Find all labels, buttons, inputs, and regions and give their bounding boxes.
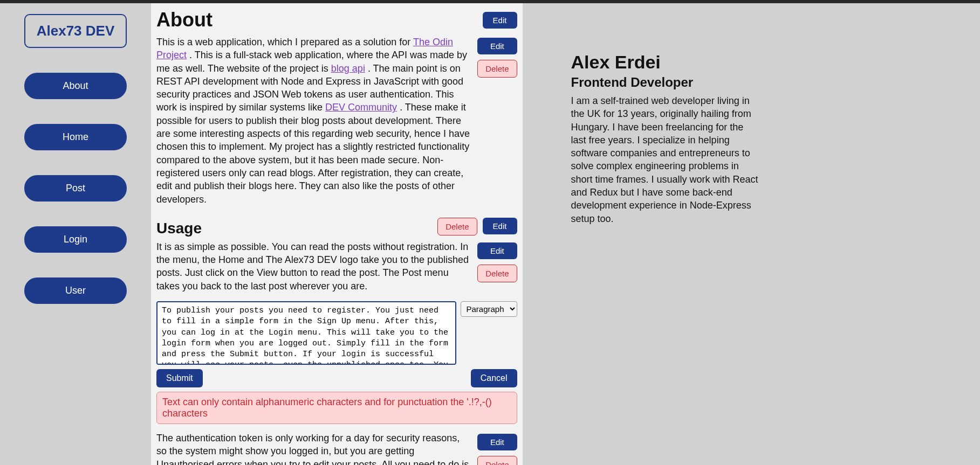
about-para-delete-button[interactable]: Delete — [477, 60, 517, 78]
usage-heading-edit-button[interactable]: Edit — [483, 218, 517, 234]
profile-name: Alex Erdei — [571, 52, 943, 73]
profile-panel: Alex Erdei Frontend Developer I am a sel… — [523, 3, 981, 465]
about-para-edit-button[interactable]: Edit — [477, 38, 517, 54]
sidebar: Alex73 DEV About Home Post Login User — [0, 3, 151, 465]
app-logo[interactable]: Alex73 DEV — [24, 14, 127, 48]
usage-heading: Usage — [156, 220, 432, 237]
usage-paragraph-2: The authentication token is only working… — [156, 432, 472, 465]
main-content: About Edit This is a web application, wh… — [151, 3, 523, 465]
nav-about[interactable]: About — [24, 73, 127, 99]
submit-button[interactable]: Submit — [156, 369, 203, 387]
profile-bio: I am a self-trained web developer living… — [571, 94, 760, 225]
usage-heading-delete-button[interactable]: Delete — [437, 218, 477, 235]
about-heading: About — [156, 9, 477, 31]
nav-home[interactable]: Home — [24, 124, 127, 150]
blog-api-link[interactable]: blog api — [331, 63, 365, 74]
profile-role: Frontend Developer — [571, 75, 943, 90]
usage-p2-edit-button[interactable]: Edit — [477, 434, 517, 450]
cancel-button[interactable]: Cancel — [471, 369, 517, 387]
about-text-1: This is a web application, which I prepa… — [156, 37, 413, 47]
validation-error-message: Text can only contain alphanumeric chara… — [156, 392, 517, 424]
usage-p1-edit-button[interactable]: Edit — [477, 242, 517, 259]
nav-login[interactable]: Login — [24, 226, 127, 253]
block-type-select[interactable]: Paragraph — [461, 301, 517, 317]
block-text-editor[interactable] — [156, 301, 456, 365]
usage-p2-delete-button[interactable]: Delete — [477, 456, 517, 465]
nav-user[interactable]: User — [24, 277, 127, 304]
nav-post[interactable]: Post — [24, 175, 127, 202]
about-heading-edit-button[interactable]: Edit — [483, 12, 517, 29]
about-text-4: . These make it possible for users to pu… — [156, 102, 470, 204]
usage-paragraph-1: It is as simple as possible. You can rea… — [156, 240, 472, 293]
usage-p1-delete-button[interactable]: Delete — [477, 265, 517, 282]
dev-community-link[interactable]: DEV Community — [325, 102, 397, 113]
about-paragraph: This is a web application, which I prepa… — [156, 36, 472, 206]
